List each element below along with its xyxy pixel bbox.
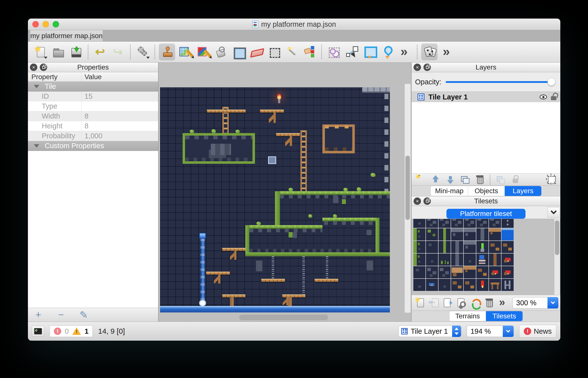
tileset-tile[interactable] [426,266,438,278]
tileset-tile[interactable] [464,279,476,291]
tileset-tile[interactable] [476,266,488,278]
remove-layer-button[interactable] [473,174,486,185]
map-zoom-select[interactable]: 194 % [467,326,514,337]
add-property-button[interactable]: + [33,309,44,320]
tileset-tile[interactable] [464,241,476,253]
tileset-tile[interactable] [451,219,463,228]
minimize-window-button[interactable] [42,21,49,27]
tileset-tile[interactable] [426,279,438,291]
lower-layer-button[interactable] [444,174,457,185]
news-button[interactable]: ! News [519,325,556,338]
stamp-brush-button[interactable] [159,44,175,60]
layer-visibility-eye-icon[interactable] [540,94,547,99]
tileset-tile[interactable] [502,254,514,266]
close-window-button[interactable] [32,21,39,27]
map-vertical-scrollbar[interactable] [405,84,411,313]
dock-tab-layers[interactable]: Layers [505,186,541,196]
tileset-tile[interactable] [464,254,476,266]
tileset-tile[interactable] [451,266,463,278]
layer-stepper[interactable] [452,326,461,337]
redo-button[interactable] [110,44,126,60]
rectangular-select-button[interactable] [266,44,282,60]
tileset-tab-tilesets[interactable]: Tilesets [486,311,523,321]
insert-point-button[interactable] [379,44,395,60]
shape-fill-button[interactable] [230,44,246,60]
more-tileset-actions-button[interactable] [497,297,509,308]
tileset-tile[interactable] [502,266,514,278]
property-value[interactable]: 8 [82,122,158,130]
property-row[interactable]: ID15 [28,92,158,101]
tileset-tile[interactable] [502,219,514,228]
export-tileset-button[interactable] [441,297,454,308]
tileset-tile[interactable] [451,241,463,253]
new-tileset-button[interactable] [414,297,426,308]
embed-tileset-button[interactable] [427,297,440,308]
map-canvas[interactable] [160,87,390,312]
tileset-tile[interactable] [426,228,438,240]
tileset-tile[interactable] [476,219,488,228]
tileset-tab-terrains[interactable]: Terrains [449,311,486,321]
tileset-tile[interactable] [464,266,476,278]
same-tile-select-button[interactable] [301,44,317,60]
tileset-tile[interactable] [426,254,438,266]
tileset-grid[interactable] [413,219,514,291]
edit-tileset-button[interactable] [455,297,468,308]
tileset-tab[interactable]: Platformer tileset [446,209,525,219]
property-row[interactable]: Height8 [28,121,158,131]
eraser-button[interactable] [248,44,264,60]
tileset-tile[interactable] [439,228,451,240]
highlight-current-layer-button[interactable] [545,174,558,185]
bucket-fill-button[interactable] [212,44,229,60]
raise-layer-button[interactable] [429,174,442,185]
tileset-list-dropdown[interactable] [547,207,560,217]
save-file-button[interactable] [68,44,84,60]
close-panel-icon[interactable]: × [414,64,421,71]
lock-layer-button[interactable] [509,174,522,185]
tileset-tile[interactable] [476,241,488,253]
tileset-tile[interactable] [413,219,425,228]
opacity-slider-track[interactable] [446,81,554,83]
map-horizontal-scrollbar-thumb[interactable] [239,315,328,320]
float-panel-icon[interactable] [40,64,47,71]
terrain-brush-button[interactable] [177,44,193,60]
tileset-tile[interactable] [489,279,501,291]
property-column-label[interactable]: Property [28,73,82,81]
new-map-button[interactable] [32,44,48,60]
dock-tab-mini-map[interactable]: Mini-map [431,186,468,196]
automap-button[interactable] [134,44,151,60]
tileset-tile[interactable] [426,219,438,228]
highlight-layer-button[interactable] [494,174,507,185]
open-file-button[interactable] [50,44,66,60]
tileset-tile[interactable] [476,228,488,240]
property-row[interactable]: Probability1,000 [28,131,158,141]
tileset-tile[interactable] [464,228,476,240]
tileset-tile[interactable] [439,266,451,278]
undo-button[interactable] [92,44,108,60]
collapse-triangle-icon[interactable] [34,85,39,88]
property-row[interactable]: Width8 [28,111,158,121]
document-tab[interactable]: my platformer map.json [30,30,103,42]
random-mode-button[interactable] [421,44,438,60]
tileset-tile[interactable] [413,254,425,266]
zoom-dropdown-button[interactable] [547,297,558,308]
zoom-dropdown-button[interactable] [503,326,514,337]
tileset-tile[interactable] [439,254,451,266]
tileset-tile[interactable] [413,241,425,253]
current-layer-select[interactable]: Tile Layer 1 [399,326,461,337]
value-column-label[interactable]: Value [82,73,158,81]
tileset-tile[interactable] [476,254,488,266]
tileset-tile[interactable] [502,241,514,253]
property-row[interactable]: Type [28,101,158,111]
more-options-button[interactable] [439,44,455,60]
remove-property-button[interactable]: − [56,309,66,320]
edit-terrain-button[interactable] [194,44,211,60]
tileset-tile[interactable] [413,279,425,291]
float-panel-icon[interactable] [423,197,431,205]
reload-tileset-button[interactable] [469,297,482,308]
select-objects-button[interactable] [326,44,342,60]
zoom-window-button[interactable] [53,21,59,27]
tileset-scrollbar[interactable] [554,219,560,295]
tileset-tile[interactable] [439,279,451,291]
close-panel-icon[interactable]: × [414,197,421,205]
tileset-zoom-select[interactable]: 300 % [512,297,558,308]
